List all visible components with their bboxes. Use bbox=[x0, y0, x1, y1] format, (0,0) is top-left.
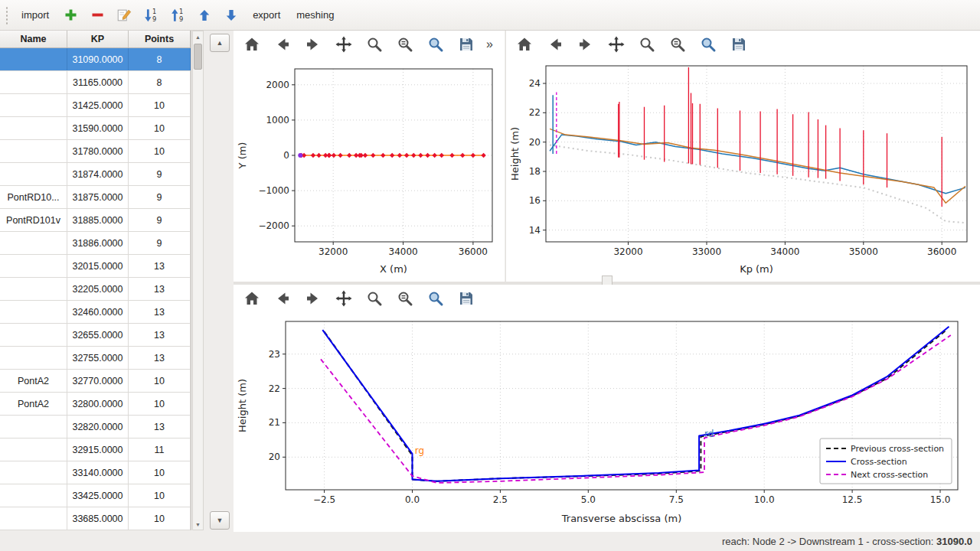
table-cell-kp[interactable]: 31885.0000 bbox=[67, 209, 129, 231]
table-cell-kp[interactable]: 31425.0000 bbox=[67, 94, 129, 116]
scrollbar-down-arrow-icon[interactable]: ▼ bbox=[193, 519, 203, 530]
table-row[interactable]: 31090.00008 bbox=[0, 48, 191, 71]
table-cell-kp[interactable]: 31090.0000 bbox=[67, 48, 129, 70]
table-cell-points[interactable]: 8 bbox=[129, 48, 191, 70]
customize-button[interactable] bbox=[697, 34, 719, 55]
table-cell-kp[interactable]: 32205.0000 bbox=[67, 278, 129, 300]
zoom-button[interactable] bbox=[636, 34, 658, 55]
table-cell-points[interactable]: 10 bbox=[129, 94, 191, 116]
table-row[interactable]: 32915.000011 bbox=[0, 439, 191, 461]
import-button[interactable]: import bbox=[15, 5, 56, 24]
table-scrollbar[interactable]: ▲ ▼ bbox=[192, 31, 204, 530]
back-button[interactable] bbox=[272, 288, 293, 309]
export-button[interactable]: export bbox=[246, 5, 287, 24]
table-cell-kp[interactable]: 32460.0000 bbox=[67, 301, 129, 323]
table-cell-points[interactable]: 10 bbox=[129, 370, 191, 392]
back-button[interactable] bbox=[544, 34, 566, 55]
table-cell-points[interactable]: 10 bbox=[129, 393, 191, 415]
table-cell-kp[interactable]: 32820.0000 bbox=[67, 416, 129, 438]
table-cell-name[interactable] bbox=[0, 461, 67, 484]
table-cell-name[interactable]: PontRD101v bbox=[0, 209, 67, 231]
forward-button[interactable] bbox=[575, 34, 596, 55]
home-button[interactable] bbox=[514, 34, 535, 55]
longitudinal-profile-figure[interactable]: 3200033000340003500036000141618202224Kp … bbox=[508, 58, 979, 279]
table-cell-points[interactable]: 9 bbox=[129, 186, 191, 208]
subplots-button[interactable] bbox=[394, 34, 416, 55]
forward-button[interactable] bbox=[302, 288, 324, 309]
pan-button[interactable] bbox=[606, 34, 627, 55]
table-cell-kp[interactable]: 32655.0000 bbox=[67, 324, 129, 346]
table-row[interactable]: 32755.000013 bbox=[0, 347, 191, 370]
add-cross-section-button[interactable] bbox=[58, 4, 83, 27]
table-cell-kp[interactable]: 33685.0000 bbox=[67, 507, 129, 530]
table-row[interactable]: 32015.000013 bbox=[0, 255, 191, 278]
list-down-button[interactable]: ▼ bbox=[210, 511, 230, 530]
zoom-button[interactable] bbox=[364, 288, 385, 309]
pan-button[interactable] bbox=[333, 34, 354, 55]
save-button[interactable] bbox=[728, 34, 750, 55]
table-row[interactable]: 31425.000010 bbox=[0, 94, 191, 117]
table-row[interactable]: 32820.000013 bbox=[0, 416, 191, 439]
table-row[interactable]: PontA232800.000010 bbox=[0, 393, 191, 416]
meshing-button[interactable]: meshing bbox=[289, 5, 341, 24]
move-up-button[interactable] bbox=[192, 4, 217, 27]
table-cell-name[interactable]: PontRD10... bbox=[0, 186, 67, 208]
table-cell-points[interactable]: 13 bbox=[129, 278, 191, 300]
forward-button[interactable] bbox=[302, 34, 324, 55]
table-cell-points[interactable]: 13 bbox=[129, 347, 191, 369]
table-cell-name[interactable]: PontA2 bbox=[0, 370, 67, 392]
table-cell-kp[interactable]: 33140.0000 bbox=[67, 461, 129, 484]
table-cell-kp[interactable]: 31875.0000 bbox=[67, 186, 129, 208]
sort-ascending-button[interactable] bbox=[165, 4, 190, 27]
table-cell-name[interactable] bbox=[0, 163, 67, 185]
subplots-button[interactable] bbox=[394, 288, 416, 309]
table-cell-name[interactable] bbox=[0, 71, 67, 93]
home-button[interactable] bbox=[241, 288, 263, 309]
subplots-button[interactable] bbox=[667, 34, 688, 55]
table-cell-name[interactable] bbox=[0, 94, 67, 116]
table-cell-kp[interactable]: 32755.0000 bbox=[67, 347, 129, 369]
zoom-button[interactable] bbox=[364, 34, 385, 55]
table-cell-name[interactable] bbox=[0, 507, 67, 530]
table-cell-points[interactable]: 13 bbox=[129, 324, 191, 346]
table-cell-name[interactable] bbox=[0, 255, 67, 277]
table-header-name[interactable]: Name bbox=[0, 31, 67, 47]
cross-section-figure[interactable]: −2.50.02.55.07.510.012.515.020212223Tran… bbox=[235, 312, 979, 528]
table-row[interactable]: 32460.000013 bbox=[0, 301, 191, 324]
table-row[interactable]: 33140.000010 bbox=[0, 461, 191, 484]
table-row[interactable]: 31780.000010 bbox=[0, 140, 191, 163]
pan-button[interactable] bbox=[333, 288, 354, 309]
table-cell-kp[interactable]: 32800.0000 bbox=[67, 393, 129, 415]
table-cell-points[interactable]: 9 bbox=[129, 163, 191, 185]
table-cell-points[interactable]: 13 bbox=[129, 416, 191, 438]
table-cell-points[interactable]: 9 bbox=[129, 209, 191, 231]
edit-cross-section-button[interactable] bbox=[112, 4, 136, 27]
table-row[interactable]: 31165.00008 bbox=[0, 71, 191, 94]
move-down-button[interactable] bbox=[219, 4, 243, 27]
table-header-points[interactable]: Points bbox=[129, 31, 191, 47]
table-cell-name[interactable]: PontA2 bbox=[0, 393, 67, 415]
sort-descending-button[interactable] bbox=[139, 4, 163, 27]
table-cell-name[interactable] bbox=[0, 416, 67, 438]
table-cell-name[interactable] bbox=[0, 439, 67, 461]
table-cell-kp[interactable]: 32915.0000 bbox=[67, 439, 129, 461]
table-row[interactable]: 33425.000010 bbox=[0, 484, 191, 507]
table-cell-name[interactable] bbox=[0, 324, 67, 346]
table-cell-points[interactable]: 8 bbox=[129, 71, 191, 93]
table-row[interactable]: PontA232770.000010 bbox=[0, 370, 191, 393]
table-row[interactable]: 33685.000010 bbox=[0, 507, 191, 530]
table-cell-name[interactable] bbox=[0, 140, 67, 162]
save-button[interactable] bbox=[456, 34, 477, 55]
table-cell-points[interactable]: 10 bbox=[129, 484, 191, 507]
table-cell-kp[interactable]: 31165.0000 bbox=[67, 71, 129, 93]
table-cell-name[interactable] bbox=[0, 301, 67, 323]
table-row[interactable]: 31590.000010 bbox=[0, 117, 191, 140]
table-row[interactable]: PontRD101v31885.00009 bbox=[0, 209, 191, 232]
table-row[interactable]: 32655.000013 bbox=[0, 324, 191, 347]
customize-button[interactable] bbox=[425, 34, 446, 55]
remove-cross-section-button[interactable] bbox=[85, 4, 109, 27]
table-cell-name[interactable] bbox=[0, 117, 67, 139]
table-row[interactable]: 31886.00009 bbox=[0, 232, 191, 255]
table-cell-kp[interactable]: 32015.0000 bbox=[67, 255, 129, 277]
table-cell-kp[interactable]: 31886.0000 bbox=[67, 232, 129, 254]
